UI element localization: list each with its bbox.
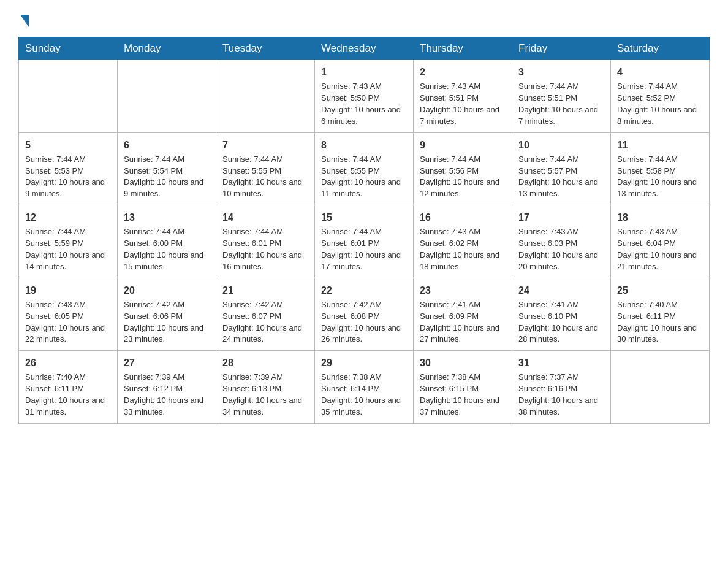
calendar-table: SundayMondayTuesdayWednesdayThursdayFrid… — [18, 37, 710, 424]
day-info-text: Sunrise: 7:43 AM — [420, 226, 506, 238]
day-info-text: Sunrise: 7:42 AM — [321, 299, 407, 311]
day-info-text: Sunset: 5:50 PM — [321, 93, 407, 104]
calendar-cell: 6Sunrise: 7:44 AMSunset: 5:54 PMDaylight… — [118, 132, 216, 205]
day-info-text: Sunrise: 7:40 AM — [25, 372, 111, 383]
day-info-text: Sunrise: 7:44 AM — [124, 154, 210, 166]
calendar-cell: 23Sunrise: 7:41 AMSunset: 6:09 PMDayligh… — [414, 278, 512, 351]
calendar-cell: 14Sunrise: 7:44 AMSunset: 6:01 PMDayligh… — [216, 205, 315, 278]
calendar-cell: 21Sunrise: 7:42 AMSunset: 6:07 PMDayligh… — [216, 278, 315, 351]
day-info-text: Daylight: 10 hours and 38 minutes. — [518, 395, 604, 418]
day-number: 25 — [617, 283, 703, 297]
day-info-text: Sunset: 5:57 PM — [518, 166, 604, 177]
day-info-text: Daylight: 10 hours and 26 minutes. — [321, 323, 407, 346]
day-info-text: Daylight: 10 hours and 37 minutes. — [420, 395, 506, 418]
page-header — [18, 12, 710, 25]
day-info-text: Sunset: 6:05 PM — [25, 311, 111, 323]
day-info-text: Sunrise: 7:44 AM — [420, 154, 506, 166]
day-info-text: Sunrise: 7:38 AM — [420, 372, 506, 383]
day-info-text: Sunset: 6:15 PM — [420, 383, 506, 395]
day-info-text: Sunrise: 7:43 AM — [518, 226, 604, 238]
day-info-text: Sunset: 6:16 PM — [518, 383, 604, 395]
day-info-text: Sunset: 6:09 PM — [420, 311, 506, 323]
day-info-text: Daylight: 10 hours and 9 minutes. — [124, 177, 210, 200]
calendar-cell: 12Sunrise: 7:44 AMSunset: 5:59 PMDayligh… — [19, 205, 118, 278]
calendar-cell: 1Sunrise: 7:43 AMSunset: 5:50 PMDaylight… — [315, 60, 414, 133]
day-info-text: Sunset: 5:53 PM — [25, 166, 111, 177]
day-info-text: Sunset: 6:01 PM — [222, 238, 308, 250]
day-info-text: Daylight: 10 hours and 34 minutes. — [222, 395, 308, 418]
day-info-text: Daylight: 10 hours and 18 minutes. — [420, 250, 506, 273]
calendar-cell: 17Sunrise: 7:43 AMSunset: 6:03 PMDayligh… — [512, 205, 611, 278]
calendar-cell: 22Sunrise: 7:42 AMSunset: 6:08 PMDayligh… — [315, 278, 414, 351]
day-info-text: Sunset: 6:11 PM — [25, 383, 111, 395]
day-number: 2 — [420, 65, 506, 79]
day-info-text: Daylight: 10 hours and 9 minutes. — [25, 177, 111, 200]
calendar-cell: 15Sunrise: 7:44 AMSunset: 6:01 PMDayligh… — [315, 205, 414, 278]
day-info-text: Daylight: 10 hours and 22 minutes. — [25, 323, 111, 346]
day-number: 27 — [124, 356, 210, 370]
day-number: 17 — [518, 210, 604, 224]
day-info-text: Daylight: 10 hours and 8 minutes. — [617, 104, 703, 128]
day-info-text: Sunset: 6:03 PM — [518, 238, 604, 250]
day-info-text: Sunrise: 7:42 AM — [124, 299, 210, 311]
day-info-text: Sunset: 5:52 PM — [617, 93, 703, 104]
day-info-text: Sunrise: 7:44 AM — [222, 226, 308, 238]
day-number: 31 — [518, 356, 604, 370]
column-header-friday: Friday — [512, 37, 611, 60]
day-number: 30 — [420, 356, 506, 370]
day-info-text: Sunset: 6:08 PM — [321, 311, 407, 323]
day-number: 5 — [25, 138, 111, 152]
day-info-text: Sunrise: 7:43 AM — [420, 81, 506, 93]
calendar-cell: 28Sunrise: 7:39 AMSunset: 6:13 PMDayligh… — [216, 351, 315, 424]
calendar-header-row: SundayMondayTuesdayWednesdayThursdayFrid… — [19, 37, 710, 60]
day-info-text: Daylight: 10 hours and 13 minutes. — [518, 177, 604, 200]
calendar-cell: 16Sunrise: 7:43 AMSunset: 6:02 PMDayligh… — [414, 205, 512, 278]
day-number: 1 — [321, 65, 407, 79]
calendar-cell: 8Sunrise: 7:44 AMSunset: 5:55 PMDaylight… — [315, 132, 414, 205]
calendar-cell: 29Sunrise: 7:38 AMSunset: 6:14 PMDayligh… — [315, 351, 414, 424]
week-row-2: 5Sunrise: 7:44 AMSunset: 5:53 PMDaylight… — [19, 132, 710, 205]
day-info-text: Daylight: 10 hours and 20 minutes. — [518, 250, 604, 273]
day-info-text: Daylight: 10 hours and 31 minutes. — [25, 395, 111, 418]
day-info-text: Daylight: 10 hours and 16 minutes. — [222, 250, 308, 273]
day-info-text: Daylight: 10 hours and 17 minutes. — [321, 250, 407, 273]
day-number: 23 — [420, 283, 506, 297]
week-row-4: 19Sunrise: 7:43 AMSunset: 6:05 PMDayligh… — [19, 278, 710, 351]
week-row-5: 26Sunrise: 7:40 AMSunset: 6:11 PMDayligh… — [19, 351, 710, 424]
day-number: 14 — [222, 210, 308, 224]
day-info-text: Daylight: 10 hours and 6 minutes. — [321, 104, 407, 128]
day-info-text: Daylight: 10 hours and 33 minutes. — [124, 395, 210, 418]
day-info-text: Sunrise: 7:44 AM — [617, 81, 703, 93]
day-number: 16 — [420, 210, 506, 224]
day-info-text: Sunset: 6:00 PM — [124, 238, 210, 250]
calendar-cell: 19Sunrise: 7:43 AMSunset: 6:05 PMDayligh… — [19, 278, 118, 351]
day-info-text: Sunset: 6:10 PM — [518, 311, 604, 323]
day-number: 24 — [518, 283, 604, 297]
day-info-text: Daylight: 10 hours and 10 minutes. — [222, 177, 308, 200]
calendar-cell: 10Sunrise: 7:44 AMSunset: 5:57 PMDayligh… — [512, 132, 611, 205]
day-info-text: Sunset: 6:11 PM — [617, 311, 703, 323]
day-info-text: Sunrise: 7:44 AM — [222, 154, 308, 166]
day-info-text: Sunset: 5:55 PM — [321, 166, 407, 177]
calendar-cell: 24Sunrise: 7:41 AMSunset: 6:10 PMDayligh… — [512, 278, 611, 351]
day-info-text: Sunset: 5:58 PM — [617, 166, 703, 177]
day-info-text: Sunset: 5:59 PM — [25, 238, 111, 250]
day-info-text: Sunrise: 7:39 AM — [222, 372, 308, 383]
day-info-text: Sunset: 6:02 PM — [420, 238, 506, 250]
calendar-cell: 7Sunrise: 7:44 AMSunset: 5:55 PMDaylight… — [216, 132, 315, 205]
calendar-cell: 3Sunrise: 7:44 AMSunset: 5:51 PMDaylight… — [512, 60, 611, 133]
calendar-cell — [118, 60, 216, 133]
day-number: 10 — [518, 138, 604, 152]
day-info-text: Daylight: 10 hours and 21 minutes. — [617, 250, 703, 273]
column-header-tuesday: Tuesday — [216, 37, 315, 60]
calendar-cell — [216, 60, 315, 133]
day-info-text: Sunrise: 7:44 AM — [124, 226, 210, 238]
calendar-cell: 2Sunrise: 7:43 AMSunset: 5:51 PMDaylight… — [414, 60, 512, 133]
column-header-saturday: Saturday — [611, 37, 710, 60]
day-number: 28 — [222, 356, 308, 370]
day-number: 26 — [25, 356, 111, 370]
day-info-text: Sunset: 6:07 PM — [222, 311, 308, 323]
day-info-text: Daylight: 10 hours and 27 minutes. — [420, 323, 506, 346]
day-info-text: Sunrise: 7:42 AM — [222, 299, 308, 311]
day-info-text: Sunset: 5:54 PM — [124, 166, 210, 177]
